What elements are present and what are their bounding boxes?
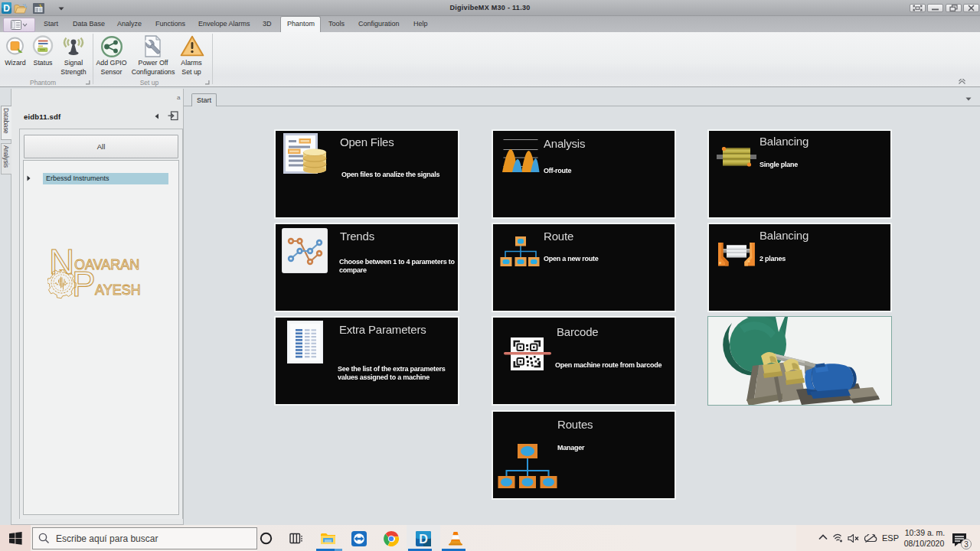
svg-text:AYESH: AYESH [95,282,141,298]
svg-text:N: N [49,243,74,282]
svg-text:D: D [3,3,10,14]
svg-text:P: P [72,264,96,304]
svg-text:D: D [419,533,428,546]
svg-text:3: 3 [964,540,969,549]
